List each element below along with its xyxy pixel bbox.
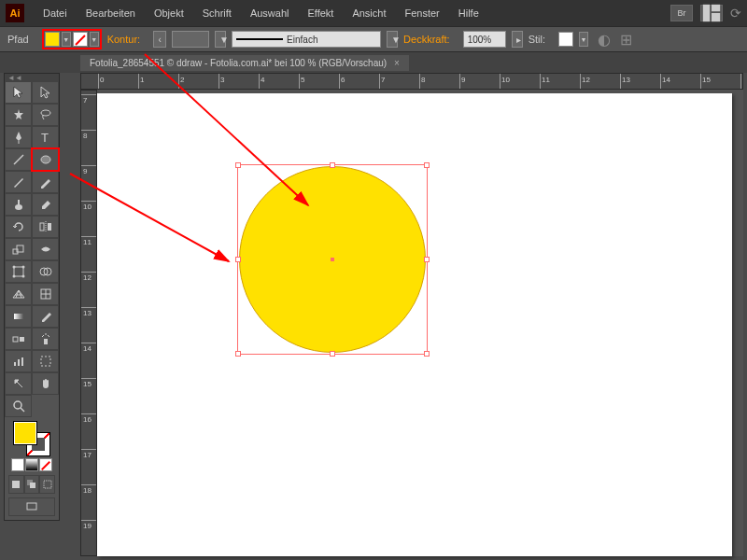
menu-datei[interactable]: Datei <box>35 4 75 22</box>
sel-handle-n[interactable] <box>330 162 335 168</box>
sel-handle-sw[interactable] <box>235 351 241 357</box>
selection-center-icon <box>331 258 334 261</box>
hand-tool[interactable] <box>32 372 59 395</box>
opacity-value: 100% <box>468 35 492 45</box>
lasso-tool[interactable] <box>32 104 59 126</box>
arrange-docs-icon[interactable] <box>700 5 723 21</box>
eraser-tool[interactable] <box>32 193 59 216</box>
stroke-weight-field[interactable] <box>172 31 209 48</box>
document-tabbar: Fotolia_28654551 © ddraw - Fotolia.com.a… <box>0 52 747 73</box>
sel-handle-s[interactable] <box>330 351 335 357</box>
menu-hilfe[interactable]: Hilfe <box>451 4 486 22</box>
color-mode-solid[interactable] <box>11 458 24 471</box>
prefs-icon[interactable]: ⊞ <box>620 31 632 49</box>
type-tool[interactable]: T <box>32 126 59 148</box>
panel-grip[interactable]: ◄◄ <box>5 74 59 81</box>
symbol-sprayer-tool[interactable] <box>32 328 59 350</box>
svg-rect-11 <box>48 223 51 231</box>
line-tool[interactable] <box>5 148 32 171</box>
style-swatch[interactable] <box>558 32 573 47</box>
stroke-profile-field[interactable]: Einfach <box>232 31 381 48</box>
svg-rect-28 <box>44 339 48 344</box>
stroke-profile-dd[interactable]: ▼ <box>387 31 398 48</box>
menu-right-group: Br ⟳ <box>670 5 741 21</box>
sel-handle-w[interactable] <box>235 257 241 262</box>
menu-schrift[interactable]: Schrift <box>195 4 239 22</box>
control-bar: Pfad ▼ ▼ Kontur: ‹ ▼ Einfach ▼ Deckkraft… <box>0 26 747 52</box>
scale-tool[interactable] <box>5 238 32 260</box>
opacity-label: Deckkraft: <box>403 34 450 45</box>
reflect-tool[interactable] <box>32 216 59 238</box>
kontur-label: Kontur: <box>107 34 140 45</box>
perspective-grid-tool[interactable] <box>5 283 32 305</box>
drawing-mode-inside[interactable] <box>39 475 55 494</box>
sel-handle-se[interactable] <box>424 351 430 357</box>
gradient-tool[interactable] <box>5 305 32 328</box>
opacity-dd[interactable]: ▸ <box>512 31 523 48</box>
ruler-horizontal[interactable]: 012345678910111213141516 <box>80 73 743 90</box>
menu-ansicht[interactable]: Ansicht <box>345 4 393 22</box>
direct-selection-tool[interactable] <box>32 81 59 104</box>
svg-point-33 <box>14 401 21 409</box>
stroke-dropdown-icon[interactable]: ▼ <box>90 32 99 47</box>
recolor-icon[interactable]: ◐ <box>598 31 611 49</box>
ruler-vertical[interactable]: 7891011121314151617181920 <box>80 90 97 556</box>
color-mode-none[interactable] <box>39 458 52 471</box>
rotate-tool[interactable] <box>5 216 32 238</box>
fill-stroke-group-highlighted: ▼ ▼ <box>42 29 102 49</box>
free-transform-tool[interactable] <box>5 260 32 283</box>
eyedropper-tool[interactable] <box>32 305 59 328</box>
stroke-weight-dd[interactable]: ▼ <box>215 31 226 48</box>
tab-title: Fotolia_28654551 © ddraw - Fotolia.com.a… <box>90 58 387 68</box>
artboard-tool[interactable] <box>32 350 59 372</box>
zoom-tool[interactable] <box>5 395 32 417</box>
mesh-tool[interactable] <box>32 283 59 305</box>
pencil-tool[interactable] <box>32 171 59 193</box>
width-tool[interactable] <box>32 238 59 260</box>
svg-rect-32 <box>41 357 50 366</box>
column-graph-tool[interactable] <box>5 350 32 372</box>
stroke-swatch-none[interactable] <box>73 32 88 47</box>
svg-rect-27 <box>20 337 24 342</box>
tab-close-icon[interactable]: × <box>394 58 400 68</box>
menu-effekt[interactable]: Effekt <box>300 4 341 22</box>
color-mode-gradient[interactable] <box>25 458 38 471</box>
pen-tool[interactable] <box>5 126 32 148</box>
svg-rect-35 <box>12 481 20 488</box>
svg-rect-2 <box>712 13 720 21</box>
shape-builder-tool[interactable] <box>32 260 59 283</box>
fill-indicator[interactable] <box>13 421 37 445</box>
svg-point-17 <box>21 266 24 269</box>
sel-handle-e[interactable] <box>424 257 430 262</box>
document-tab[interactable]: Fotolia_28654551 © ddraw - Fotolia.com.a… <box>80 55 409 71</box>
blob-brush-tool[interactable] <box>5 193 32 216</box>
paintbrush-tool[interactable] <box>5 171 32 193</box>
svg-point-18 <box>12 275 15 278</box>
selection-bounding-box[interactable] <box>237 164 428 355</box>
fill-dropdown-icon[interactable]: ▼ <box>62 32 71 47</box>
screen-mode[interactable] <box>8 497 55 516</box>
menu-fenster[interactable]: Fenster <box>397 4 446 22</box>
fill-swatch[interactable] <box>45 32 60 47</box>
menu-objekt[interactable]: Objekt <box>147 4 191 22</box>
stroke-weight-stepper[interactable]: ‹ <box>153 31 166 48</box>
fill-stroke-indicator[interactable] <box>13 421 50 456</box>
blend-tool[interactable] <box>5 328 32 350</box>
menu-auswahl[interactable]: Auswahl <box>243 4 297 22</box>
tool-panel: ◄◄ T <box>4 73 60 521</box>
magic-wand-tool[interactable] <box>5 104 32 126</box>
selection-tool[interactable] <box>5 81 32 104</box>
menu-bearbeiten[interactable]: Bearbeiten <box>78 4 143 22</box>
sel-handle-nw[interactable] <box>235 162 241 168</box>
ellipse-tool[interactable] <box>32 148 59 171</box>
style-dd[interactable]: ▼ <box>579 32 588 47</box>
slice-tool[interactable] <box>5 372 32 395</box>
artboard[interactable] <box>97 93 732 556</box>
sel-handle-ne[interactable] <box>424 162 430 168</box>
opacity-field[interactable]: 100% <box>463 31 506 48</box>
sync-icon[interactable]: ⟳ <box>730 6 741 21</box>
canvas-area[interactable] <box>97 90 743 556</box>
drawing-mode-behind[interactable] <box>24 475 40 494</box>
bridge-icon[interactable]: Br <box>670 5 693 21</box>
drawing-mode-normal[interactable] <box>8 475 24 494</box>
